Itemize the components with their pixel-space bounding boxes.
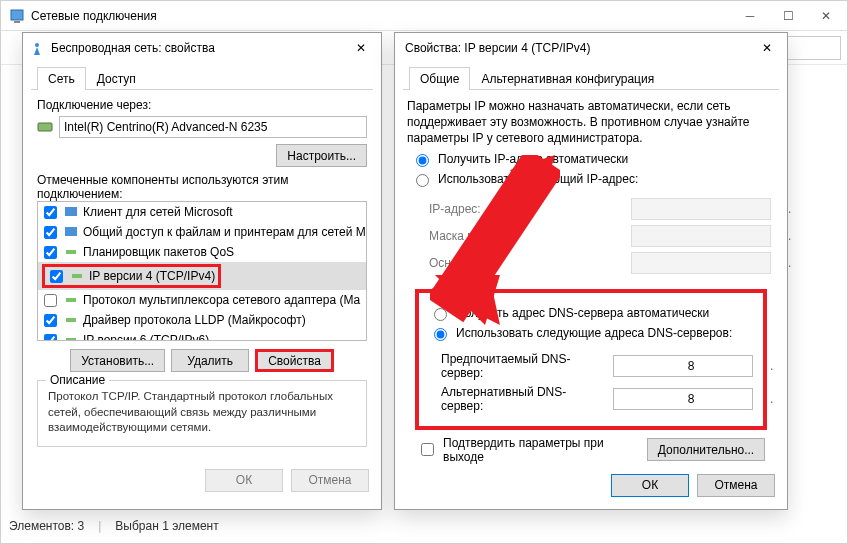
dns-alt-input[interactable]: . . . — [613, 388, 753, 410]
ipv4-icon — [69, 268, 85, 284]
tab-general[interactable]: Общие — [409, 67, 470, 90]
svg-rect-8 — [66, 298, 76, 302]
antenna-icon — [29, 40, 45, 56]
tab-net[interactable]: Сеть — [37, 67, 86, 90]
dlg-cancel-button[interactable]: Отмена — [291, 469, 369, 492]
wireless-props-dialog: Беспроводная сеть: свойства ✕ Сеть Досту… — [22, 32, 382, 510]
close-button[interactable]: ✕ — [807, 2, 845, 30]
gateway-input: ... — [631, 252, 771, 274]
tab-access[interactable]: Доступ — [86, 67, 147, 90]
ipv4-ok-button[interactable]: ОК — [611, 474, 689, 497]
dlg-ok-button[interactable]: ОК — [205, 469, 283, 492]
ipv4-para: Параметры IP можно назначать автоматичес… — [407, 98, 775, 147]
ip-manual-radio[interactable] — [416, 174, 429, 187]
mask-input: ... — [631, 225, 771, 247]
components-list[interactable]: Клиент для сетей Microsoft Общий доступ … — [37, 201, 367, 341]
svg-rect-7 — [72, 274, 82, 278]
adapter-input[interactable] — [59, 116, 367, 138]
list-item[interactable]: Протокол мультиплексора сетевого адаптер… — [38, 290, 366, 310]
svg-rect-4 — [65, 207, 77, 216]
configure-button[interactable]: Настроить... — [276, 144, 367, 167]
lldp-icon — [63, 312, 79, 328]
list-item[interactable]: Драйвер протокола LLDP (Майкрософт) — [38, 310, 366, 330]
close-icon[interactable]: ✕ — [753, 36, 781, 60]
client-icon — [63, 204, 79, 220]
list-item[interactable]: Планировщик пакетов QoS — [38, 242, 366, 262]
dns-manual-radio[interactable] — [434, 328, 447, 341]
share-icon — [63, 224, 79, 240]
list-item[interactable]: Клиент для сетей Microsoft — [38, 202, 366, 222]
connect-via-label: Подключение через: — [37, 98, 367, 112]
dns-auto-radio[interactable] — [434, 308, 447, 321]
desc-text: Протокол TCP/IP. Стандартный протокол гл… — [48, 389, 356, 436]
ip-auto-radio[interactable] — [416, 154, 429, 167]
svg-rect-5 — [65, 227, 77, 236]
dns-pref-input[interactable]: . . . — [613, 355, 753, 377]
svg-rect-9 — [66, 318, 76, 322]
status-selected: Выбран 1 элемент — [115, 519, 218, 533]
list-item[interactable]: Общий доступ к файлам и принтерам для се… — [38, 222, 366, 242]
install-button[interactable]: Установить... — [70, 349, 165, 372]
svg-rect-0 — [11, 10, 23, 20]
tabs: Сеть Доступ — [31, 67, 373, 90]
confirm-exit-checkbox[interactable]: Подтвердить параметры при выходе — [417, 436, 647, 464]
close-icon[interactable]: ✕ — [347, 36, 375, 60]
qos-icon — [63, 244, 79, 260]
list-item-ipv4[interactable]: IP версии 4 (TCP/IPv4) — [38, 262, 366, 290]
svg-rect-6 — [66, 250, 76, 254]
ipv4-props-dialog: Свойства: IP версии 4 (TCP/IPv4) ✕ Общие… — [394, 32, 788, 510]
list-item[interactable]: IP версии 6 (TCP/IPv6) — [38, 330, 366, 341]
properties-button[interactable]: Свойства — [255, 349, 334, 372]
components-label: Отмеченные компоненты используются этим … — [37, 173, 367, 201]
svg-rect-3 — [38, 123, 52, 131]
network-icon — [9, 8, 25, 24]
status-bar: Элементов: 3 | Выбран 1 элемент — [9, 519, 219, 533]
svg-rect-10 — [66, 338, 76, 341]
svg-rect-1 — [14, 21, 20, 23]
remove-button[interactable]: Удалить — [171, 349, 249, 372]
svg-point-2 — [35, 43, 39, 47]
ipv6-icon — [63, 332, 79, 341]
main-title: Сетевые подключения — [31, 9, 731, 23]
dlg-titlebar: Свойства: IP версии 4 (TCP/IPv4) ✕ — [395, 33, 787, 63]
ipv4-tabs: Общие Альтернативная конфигурация — [403, 67, 779, 90]
dns-highlight-box: Получить адрес DNS-сервера автоматически… — [415, 289, 767, 430]
dlg-titlebar: Беспроводная сеть: свойства ✕ — [23, 33, 381, 63]
dlg-title: Беспроводная сеть: свойства — [51, 41, 347, 55]
advanced-button[interactable]: Дополнительно... — [647, 438, 765, 461]
minimize-button[interactable]: ─ — [731, 2, 769, 30]
status-count: Элементов: 3 — [9, 519, 84, 533]
adapter-icon — [37, 119, 53, 135]
dlg-title: Свойства: IP версии 4 (TCP/IPv4) — [401, 41, 753, 55]
main-titlebar: Сетевые подключения ─ ☐ ✕ — [1, 1, 847, 31]
tab-alt[interactable]: Альтернативная конфигурация — [470, 67, 665, 90]
mux-icon — [63, 292, 79, 308]
ipv4-cancel-button[interactable]: Отмена — [697, 474, 775, 497]
maximize-button[interactable]: ☐ — [769, 2, 807, 30]
desc-legend: Описание — [46, 373, 109, 387]
ip-address-input: ... — [631, 198, 771, 220]
